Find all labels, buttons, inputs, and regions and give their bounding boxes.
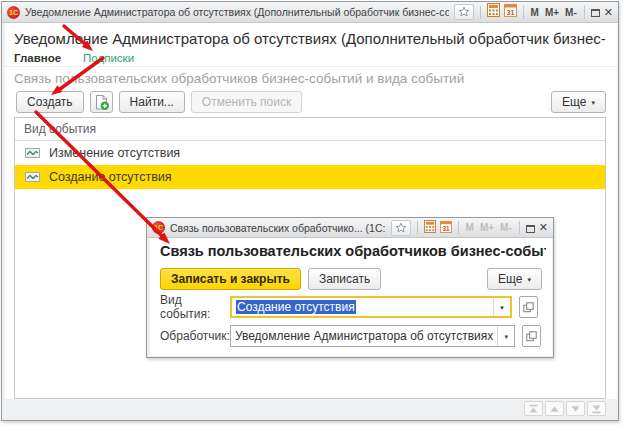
dialog-body: Связь пользовательских обработчиков бизн… <box>150 238 552 356</box>
app-logo-icon: 1С <box>7 6 20 19</box>
dialog-more-button[interactable]: Еще ▾ <box>487 268 542 290</box>
dialog-window-title: Связь пользовательских обработчико... (1… <box>170 222 386 234</box>
svg-text:31: 31 <box>506 9 514 16</box>
save-button[interactable]: Записать <box>308 268 381 290</box>
memory-minus-button[interactable]: М- <box>499 222 513 233</box>
dialog-window: 1С Связь пользовательских обработчико...… <box>146 217 554 358</box>
save-and-close-button[interactable]: Записать и закрыть <box>160 268 301 290</box>
event-kind-open-button[interactable] <box>519 296 538 318</box>
open-link-icon <box>526 331 537 342</box>
business-event-icon <box>25 172 40 182</box>
memory-minus-button[interactable]: М- <box>564 7 578 18</box>
dialog-toolbar: Записать и закрыть Записать Еще ▾ <box>160 268 542 290</box>
go-previous-icon <box>549 404 560 414</box>
main-window-title: Уведомление Администратора об отсутствия… <box>25 6 449 18</box>
calculator-button[interactable] <box>424 219 436 237</box>
list-toolbar: Создать Найти... Отменить поиск Еще ▾ <box>16 91 606 113</box>
list-item-label: Изменение отсутствия <box>49 146 180 160</box>
star-icon <box>458 6 470 18</box>
calculator-icon <box>487 3 500 17</box>
calendar-button[interactable]: 31 <box>504 3 517 21</box>
section-tabs: Главное Подписки <box>14 52 134 64</box>
main-titlebar-icons: 31 М М+ М- ✕ <box>454 3 613 21</box>
list-item[interactable]: Изменение отсутствия <box>15 141 605 165</box>
app-logo-icon: 1С <box>152 221 165 234</box>
create-button[interactable]: Создать <box>16 91 84 113</box>
handler-open-button[interactable] <box>522 325 541 347</box>
more-button[interactable]: Еще ▾ <box>551 91 606 113</box>
caret-down-icon: ▾ <box>504 333 508 340</box>
main-window: 1С Уведомление Администратора об отсутст… <box>1 1 619 421</box>
go-first-button[interactable] <box>524 401 543 416</box>
go-last-button[interactable] <box>587 401 606 416</box>
maximize-icon <box>591 9 600 17</box>
list-item-label: Создание отсутствия <box>49 170 172 184</box>
handler-field-row: Обработчик: Уведомление Администратора о… <box>160 325 538 347</box>
handler-dropdown-button[interactable]: ▾ <box>497 326 514 346</box>
caret-down-icon: ▾ <box>591 99 595 106</box>
separator <box>417 221 418 234</box>
new-document-icon <box>93 94 110 111</box>
go-next-button[interactable] <box>566 401 585 416</box>
dialog-titlebar: 1С Связь пользовательских обработчико...… <box>147 218 553 238</box>
list-item[interactable]: Создание отсутствия <box>15 165 605 189</box>
separator <box>480 6 481 19</box>
maximize-icon <box>526 225 535 233</box>
main-titlebar: 1С Уведомление Администратора об отсутст… <box>2 2 618 23</box>
caret-down-icon: ▾ <box>527 276 531 283</box>
handler-input[interactable]: Уведомление Администратора об отсутствия… <box>230 325 515 347</box>
close-button[interactable]: ✕ <box>539 222 548 233</box>
calculator-button[interactable] <box>487 3 500 21</box>
separator <box>523 6 524 19</box>
more-button-label: Еще <box>498 272 522 286</box>
calendar-button[interactable]: 31 <box>440 219 452 237</box>
handler-value: Уведомление Администратора об отсутствия… <box>231 329 497 343</box>
dialog-titlebar-icons: 31 М М+ М- ✕ <box>391 219 548 237</box>
event-kind-label: Вид события: <box>160 293 226 321</box>
separator <box>519 221 520 234</box>
go-next-icon <box>570 404 581 414</box>
svg-text:31: 31 <box>442 224 450 231</box>
calendar-icon: 31 <box>504 3 517 17</box>
list-navigation <box>524 401 606 416</box>
memory-button[interactable]: М <box>530 7 540 18</box>
close-button[interactable]: ✕ <box>604 7 613 18</box>
separator <box>584 6 585 19</box>
calculator-icon <box>424 220 436 233</box>
event-kind-input[interactable]: Создание отсутствия ▾ <box>230 296 512 318</box>
open-link-icon <box>523 302 534 313</box>
calendar-icon: 31 <box>440 220 452 233</box>
dialog-heading: Связь пользовательских обработчиков бизн… <box>160 243 546 259</box>
page-title: Уведомление Администратора об отсутствия… <box>14 30 606 47</box>
maximize-button[interactable] <box>591 3 600 21</box>
tabs-divider <box>5 66 617 67</box>
tab-podpiski[interactable]: Подписки <box>83 52 134 64</box>
separator <box>458 221 459 234</box>
create-copy-button[interactable] <box>90 91 113 113</box>
star-icon <box>395 222 407 234</box>
tab-glavnoe[interactable]: Главное <box>14 52 61 64</box>
memory-button[interactable]: М <box>465 222 475 233</box>
caret-down-icon: ▾ <box>500 304 504 311</box>
list-subtitle: Связь пользовательских обработчиков бизн… <box>14 71 606 86</box>
list-column-header[interactable]: Вид события <box>15 118 605 141</box>
cancel-search-button[interactable]: Отменить поиск <box>191 91 302 113</box>
favorites-button[interactable] <box>391 220 411 236</box>
favorites-button[interactable] <box>454 4 474 20</box>
business-event-icon <box>25 148 40 158</box>
find-button[interactable]: Найти... <box>119 91 185 113</box>
selected-text: Создание отсутствия <box>236 300 356 314</box>
maximize-button[interactable] <box>526 219 535 237</box>
more-button-label: Еще <box>562 95 586 109</box>
handler-label: Обработчик: <box>160 329 226 343</box>
go-last-icon <box>591 404 602 414</box>
event-kind-dropdown-button[interactable]: ▾ <box>493 298 510 316</box>
event-kind-value: Создание отсутствия <box>232 300 493 314</box>
go-first-icon <box>528 404 539 414</box>
memory-plus-button[interactable]: М+ <box>544 7 560 18</box>
memory-plus-button[interactable]: М+ <box>479 222 495 233</box>
event-kind-field-row: Вид события: Создание отсутствия ▾ <box>160 296 538 318</box>
go-previous-button[interactable] <box>545 401 564 416</box>
